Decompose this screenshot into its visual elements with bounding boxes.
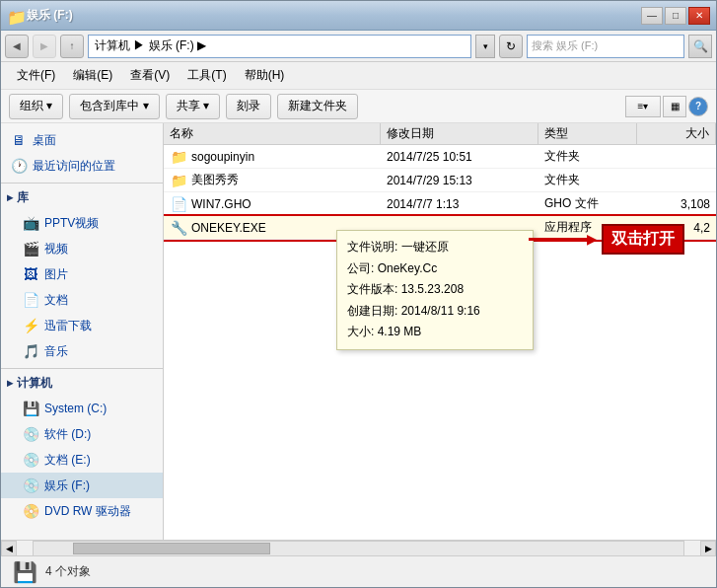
scroll-left-button[interactable]: ◀ <box>1 541 17 556</box>
arrow-line <box>529 238 588 241</box>
sidebar-library-header[interactable]: ▶ 库 <box>1 185 163 210</box>
header-date[interactable]: 修改日期 <box>381 123 538 144</box>
search-placeholder: 搜索 娱乐 (F:) <box>532 38 598 53</box>
header-name[interactable]: 名称 <box>164 123 381 144</box>
maximize-button[interactable]: □ <box>665 7 686 25</box>
window-icon: 📁 <box>7 8 23 24</box>
sidebar-item-pictures[interactable]: 🖼 图片 <box>1 261 163 287</box>
search-button[interactable]: 🔍 <box>688 35 712 58</box>
tooltip-line-1: 文件说明: 一键还原 <box>347 237 523 258</box>
arrow-annotation: 双击打开 <box>529 224 684 255</box>
header-type[interactable]: 类型 <box>538 123 637 144</box>
address-input[interactable]: 计算机 ▶ 娱乐 (F:) ▶ <box>88 35 471 58</box>
file-row-sogoupinyin[interactable]: 📁 sogoupinyin 2014/7/25 10:51 文件夹 <box>164 145 716 169</box>
scroll-thumb[interactable] <box>73 543 270 554</box>
file-date-win7gho: 2014/7/7 1:13 <box>381 192 538 215</box>
library-button[interactable]: 包含到库中 ▾ <box>69 94 159 119</box>
address-path: 计算机 ▶ 娱乐 (F:) ▶ <box>95 37 206 54</box>
refresh-button[interactable]: ↻ <box>499 35 523 58</box>
tooltip-line-2: 公司: OneKey.Cc <box>347 258 523 280</box>
sidebar-item-desktop[interactable]: 🖥 桌面 <box>1 127 163 153</box>
menu-help[interactable]: 帮助(H) <box>237 65 293 87</box>
sidebar-computer: ▶ 计算机 💾 System (C:) 💿 软件 (D:) 💿 文档 (E:) … <box>1 371 163 524</box>
menu-tools[interactable]: 工具(T) <box>179 65 234 87</box>
dvd-icon: 📀 <box>21 503 40 519</box>
sidebar-label-docse: 文档 (E:) <box>44 452 91 469</box>
title-bar-left: 📁 娱乐 (F:) <box>7 7 73 24</box>
softd-icon: 💿 <box>21 426 40 442</box>
file-name-meituxiuxiu: 📁 美图秀秀 <box>164 169 381 191</box>
sidebar-item-dvd[interactable]: 📀 DVD RW 驱动器 <box>1 498 163 524</box>
action-toolbar: 组织 ▾ 包含到库中 ▾ 共享 ▾ 刻录 新建文件夹 ≡▾ ▦ ? <box>1 90 716 123</box>
horizontal-scrollbar[interactable] <box>33 541 684 556</box>
computer-triangle-icon: ▶ <box>7 379 13 388</box>
scroll-right-button[interactable]: ▶ <box>700 541 716 556</box>
filename-onekey: ONEKEY.EXE <box>191 221 266 235</box>
file-tooltip: 文件说明: 一键还原 公司: OneKey.Cc 文件版本: 13.5.23.2… <box>336 230 534 350</box>
title-bar: 📁 娱乐 (F:) — □ ✕ <box>1 1 716 31</box>
file-row-win7gho[interactable]: 📄 WIN7.GHO 2014/7/7 1:13 GHO 文件 3,108 <box>164 192 716 216</box>
organize-button[interactable]: 组织 ▾ <box>9 94 63 119</box>
file-type-sogoupinyin: 文件夹 <box>538 145 637 168</box>
filename-sogoupinyin: sogoupinyin <box>191 150 254 164</box>
new-folder-button[interactable]: 新建文件夹 <box>277 94 358 119</box>
scrollbar-area: ◀ ▶ <box>1 540 716 555</box>
menu-bar: 文件(F) 编辑(E) 查看(V) 工具(T) 帮助(H) <box>1 62 716 90</box>
tooltip-line-5: 大小: 4.19 MB <box>347 322 523 343</box>
sidebar-item-video[interactable]: 🎬 视频 <box>1 236 163 261</box>
exe-icon: 🔧 <box>170 219 187 237</box>
file-name-sogoupinyin: 📁 sogoupinyin <box>164 145 381 168</box>
sidebar-library: ▶ 库 📺 PPTV视频 🎬 视频 🖼 图片 📄 文档 <box>1 185 163 364</box>
file-row-meituxiuxiu[interactable]: 📁 美图秀秀 2014/7/29 15:13 文件夹 <box>164 169 716 192</box>
sidebar-label-musicf: 娱乐 (F:) <box>44 478 90 494</box>
sidebar-label-xunlei: 迅雷下载 <box>44 318 92 334</box>
close-button[interactable]: ✕ <box>688 7 710 25</box>
sidebar-label-systemc: System (C:) <box>44 402 107 415</box>
header-size[interactable]: 大小 <box>637 123 716 144</box>
up-button[interactable]: ↑ <box>60 35 84 58</box>
triangle-icon: ▶ <box>7 193 13 202</box>
file-type-meituxiuxiu: 文件夹 <box>538 169 637 191</box>
sidebar-item-softd[interactable]: 💿 软件 (D:) <box>1 421 163 447</box>
details-view-button[interactable]: ▦ <box>663 96 686 117</box>
sidebar-library-label: 库 <box>17 189 29 206</box>
minimize-button[interactable]: — <box>641 7 663 25</box>
sidebar-item-systemc[interactable]: 💾 System (C:) <box>1 396 163 421</box>
sidebar-item-musicf[interactable]: 💿 娱乐 (F:) <box>1 473 163 498</box>
search-box[interactable]: 搜索 娱乐 (F:) <box>527 35 684 58</box>
sidebar-item-xunlei[interactable]: ⚡ 迅雷下载 <box>1 313 163 338</box>
sidebar-item-doxse[interactable]: 💿 文档 (E:) <box>1 447 163 473</box>
menu-file[interactable]: 文件(F) <box>9 65 63 87</box>
forward-button[interactable]: ▶ <box>33 35 56 58</box>
pptv-icon: 📺 <box>21 215 40 231</box>
file-date-sogoupinyin: 2014/7/25 10:51 <box>381 145 538 168</box>
gho-icon: 📄 <box>170 195 187 213</box>
view-toggle-button[interactable]: ≡▾ <box>625 96 661 117</box>
status-count: 4 个对象 <box>45 563 91 580</box>
file-size-meituxiuxiu <box>637 169 716 191</box>
sidebar-item-recent[interactable]: 🕐 最近访问的位置 <box>1 153 163 179</box>
tooltip-line-3: 文件版本: 13.5.23.208 <box>347 279 523 301</box>
annotation-label: 双击打开 <box>602 224 684 255</box>
sidebar: 🖥 桌面 🕐 最近访问的位置 ▶ 库 📺 PPTV视频 <box>1 123 164 540</box>
sidebar-label-desktop: 桌面 <box>33 132 56 149</box>
burn-button[interactable]: 刻录 <box>226 94 271 119</box>
window-title: 娱乐 (F:) <box>27 7 73 24</box>
sidebar-label-music: 音乐 <box>44 343 68 360</box>
back-button[interactable]: ◀ <box>5 35 29 58</box>
divider-1 <box>1 183 163 184</box>
docse-icon: 💿 <box>21 452 40 468</box>
divider-2 <box>1 368 163 369</box>
sidebar-label-dvd: DVD RW 驱动器 <box>44 503 131 520</box>
sidebar-item-music[interactable]: 🎵 音乐 <box>1 338 163 364</box>
menu-view[interactable]: 查看(V) <box>122 65 178 87</box>
sidebar-computer-header[interactable]: ▶ 计算机 <box>1 371 163 396</box>
menu-edit[interactable]: 编辑(E) <box>65 65 120 87</box>
status-drive-icon: 💾 <box>13 560 37 584</box>
sidebar-item-pptv[interactable]: 📺 PPTV视频 <box>1 210 163 236</box>
address-dropdown[interactable]: ▾ <box>475 35 495 58</box>
sidebar-item-docs[interactable]: 📄 文档 <box>1 287 163 313</box>
help-button[interactable]: ? <box>688 97 708 116</box>
sidebar-label-pptv: PPTV视频 <box>44 215 99 232</box>
share-button[interactable]: 共享 ▾ <box>166 94 220 119</box>
